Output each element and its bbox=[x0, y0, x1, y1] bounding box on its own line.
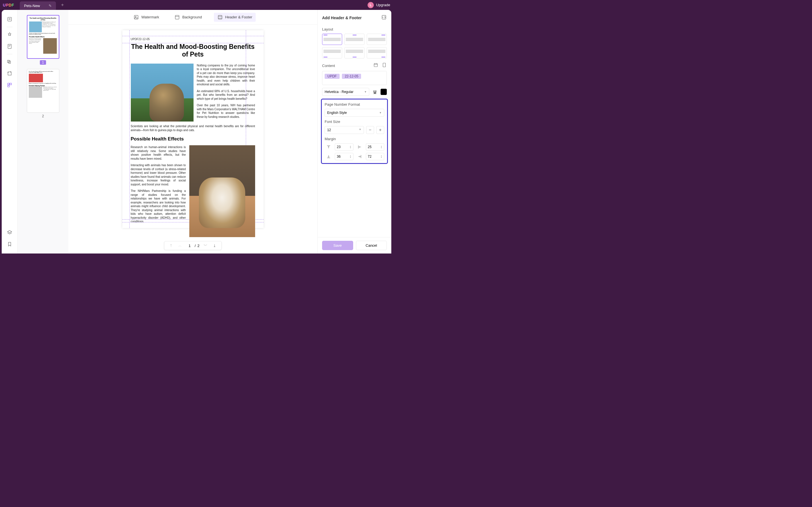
content-label: Content bbox=[322, 64, 335, 68]
svg-rect-0 bbox=[8, 17, 11, 21]
layout-option-5[interactable] bbox=[345, 47, 365, 58]
increase-font-size-button[interactable]: + bbox=[376, 126, 384, 134]
paragraph: The NIH/Mars Partnership is funding a ra… bbox=[131, 189, 186, 224]
margin-bottom-input[interactable]: 36▲▼ bbox=[335, 153, 354, 160]
svg-rect-9 bbox=[8, 83, 9, 85]
margin-right-input[interactable]: 72▲▼ bbox=[366, 153, 384, 160]
svg-rect-10 bbox=[10, 83, 11, 85]
svg-rect-16 bbox=[218, 15, 222, 19]
collapse-panel-icon[interactable] bbox=[381, 14, 387, 21]
paragraph: Scientists are looking at what the poten… bbox=[131, 124, 255, 132]
layout-option-6[interactable] bbox=[367, 47, 387, 58]
panel-title: Add Header & Footer bbox=[322, 15, 362, 20]
prev-page-button[interactable]: ︿ bbox=[177, 243, 183, 248]
thumbnail-number-1: 1 bbox=[40, 60, 46, 65]
highlighted-settings: Page Number Format English Style▼ Font S… bbox=[321, 99, 388, 164]
margin-top-input[interactable]: 23▲▼ bbox=[335, 143, 354, 151]
header-stamp: UPDF22-12-05 bbox=[131, 37, 255, 41]
margin-left-icon bbox=[356, 145, 364, 149]
margin-label: Margin bbox=[325, 137, 384, 141]
content-chip-date[interactable]: 22-12-05 bbox=[342, 74, 361, 79]
underline-button[interactable]: U bbox=[372, 89, 378, 95]
upgrade-label: Upgrade bbox=[376, 3, 390, 7]
margin-top-icon bbox=[325, 145, 332, 149]
left-toolstrip bbox=[2, 10, 17, 253]
svg-rect-14 bbox=[176, 15, 179, 19]
thumbnails-panel: The Health and Mood-Boosting Benefits of… bbox=[17, 10, 68, 253]
layout-option-2[interactable] bbox=[345, 34, 365, 45]
page-tools-tool[interactable] bbox=[4, 80, 15, 90]
app-logo: UPDF bbox=[3, 3, 14, 7]
content-chip-updf[interactable]: UPDF bbox=[325, 74, 339, 79]
stepper-icon[interactable]: ▲▼ bbox=[381, 145, 382, 149]
svg-rect-8 bbox=[8, 72, 11, 75]
layers-tool[interactable] bbox=[4, 227, 15, 238]
document-page: UPDF22-12-05 The Health and Mood-Boostin… bbox=[122, 30, 264, 228]
paragraph: Interacting with animals has been shown … bbox=[131, 163, 186, 186]
properties-panel: Add Header & Footer Layout Content UPDF … bbox=[317, 10, 391, 253]
page-number-format-select[interactable]: English Style▼ bbox=[325, 109, 384, 117]
save-button[interactable]: Save bbox=[322, 241, 353, 250]
margin-left-input[interactable]: 25▲▼ bbox=[366, 143, 384, 151]
thumbnail-page-2[interactable]: Over the past 10 years NIH has partnered… bbox=[27, 69, 59, 113]
avatar: L bbox=[368, 2, 374, 8]
layout-option-3[interactable] bbox=[367, 34, 387, 45]
decrease-font-size-button[interactable]: − bbox=[366, 126, 374, 134]
page-toolbar: Watermark Background Header & Footer bbox=[68, 10, 317, 24]
crop-tool[interactable] bbox=[4, 68, 15, 78]
chevron-down-icon: ▼ bbox=[364, 91, 367, 93]
paragraph: Research on human-animal interactions is… bbox=[131, 145, 186, 161]
layout-option-4[interactable] bbox=[322, 47, 342, 58]
page-number-format-label: Page Number Format bbox=[325, 102, 384, 107]
paragraph: Nothing compares to the joy of coming ho… bbox=[197, 64, 255, 87]
stepper-icon[interactable]: ▲▼ bbox=[381, 155, 382, 158]
font-color-button[interactable] bbox=[381, 89, 387, 95]
watermark-button[interactable]: Watermark bbox=[130, 13, 163, 22]
section-heading: Possible Health Effects bbox=[131, 136, 255, 143]
bookmark-tool[interactable] bbox=[4, 239, 15, 249]
background-button[interactable]: Background bbox=[171, 13, 205, 22]
reader-tool[interactable] bbox=[4, 14, 15, 24]
font-select[interactable]: Helvetica - Regular▼ bbox=[322, 88, 369, 96]
last-page-button[interactable]: ⤓ bbox=[212, 243, 217, 248]
next-page-button[interactable]: ﹀ bbox=[203, 243, 208, 248]
dog-image bbox=[189, 145, 255, 237]
page-navigator: ⤒ ︿ / 2 ﹀ ⤓ bbox=[164, 241, 222, 250]
annotate-tool[interactable] bbox=[4, 30, 15, 40]
thumbnail-page-1[interactable]: The Health and Mood-Boosting Benefits of… bbox=[27, 15, 59, 59]
margin-bottom-icon bbox=[325, 154, 332, 159]
edit-tool[interactable] bbox=[4, 41, 15, 51]
page-sep: / bbox=[195, 244, 196, 248]
layout-option-1[interactable] bbox=[322, 34, 342, 45]
header-footer-button[interactable]: Header & Footer bbox=[214, 13, 256, 22]
svg-rect-11 bbox=[8, 86, 9, 87]
organize-tool[interactable] bbox=[4, 57, 15, 67]
cancel-button[interactable]: Cancel bbox=[356, 241, 387, 250]
stepper-icon[interactable]: ▲▼ bbox=[350, 145, 352, 149]
new-tab-button[interactable]: ＋ bbox=[60, 2, 65, 8]
upgrade-button[interactable]: L Upgrade bbox=[368, 2, 390, 8]
page-title: The Health and Mood-Boosting Benefits of… bbox=[131, 43, 255, 58]
svg-rect-12 bbox=[134, 15, 138, 19]
paragraph: An estimated 68% of U.S. households have… bbox=[197, 89, 255, 101]
first-page-button[interactable]: ⤒ bbox=[168, 243, 174, 248]
page-number-input[interactable] bbox=[186, 244, 193, 248]
stepper-icon[interactable]: ▲▼ bbox=[350, 155, 352, 158]
paragraph: Over the past 10 years, NIH has partnere… bbox=[197, 103, 255, 119]
edit-tab-icon[interactable]: ✎ bbox=[49, 4, 52, 8]
svg-rect-7 bbox=[8, 61, 10, 63]
titlebar: UPDF Pets-New ✎ ＋ L Upgrade bbox=[0, 0, 393, 10]
page-total: 2 bbox=[197, 244, 199, 248]
font-size-label: Font Size bbox=[325, 120, 384, 124]
font-size-select[interactable]: 12▼ bbox=[325, 126, 364, 134]
document-tab[interactable]: Pets-New ✎ bbox=[20, 1, 56, 10]
cat-image bbox=[131, 64, 194, 121]
svg-rect-24 bbox=[383, 63, 386, 67]
thumbnail-number-2: 2 bbox=[42, 114, 44, 118]
content-field[interactable]: UPDF 22-12-05 bbox=[322, 71, 387, 85]
svg-point-13 bbox=[135, 16, 136, 17]
insert-page-icon[interactable] bbox=[382, 62, 387, 69]
insert-date-icon[interactable] bbox=[373, 62, 378, 69]
chevron-down-icon: ▼ bbox=[379, 111, 382, 114]
svg-rect-20 bbox=[374, 64, 377, 67]
